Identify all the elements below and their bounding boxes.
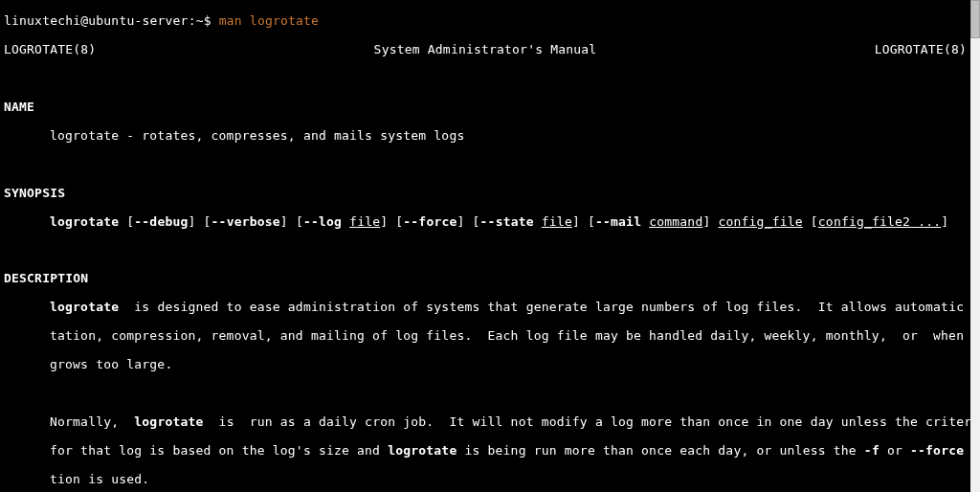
command-text: man logrotate: [219, 13, 319, 28]
scrollbar-thumb[interactable]: [970, 0, 980, 38]
section-synopsis: SYNOPSIS: [4, 187, 967, 201]
scrollbar[interactable]: [970, 0, 980, 492]
section-name: NAME: [4, 101, 967, 115]
prompt-line: linuxtechi@ubuntu-server:~$ man logrotat…: [4, 14, 967, 29]
name-content: logrotate ‐ rotates, compresses, and mai…: [4, 129, 967, 144]
man-header: LOGROTATE(8)System Administrator's Manua…: [4, 43, 967, 57]
terminal-output[interactable]: linuxtechi@ubuntu-server:~$ man logrotat…: [0, 0, 970, 492]
desc-p1: logrotate is designed to ease administra…: [4, 301, 967, 315]
synopsis-content: logrotate [--debug] [--verbose] [--log f…: [4, 215, 967, 230]
desc-p2: Normally, logrotate is run as a daily cr…: [4, 415, 967, 430]
section-description: DESCRIPTION: [4, 272, 967, 286]
